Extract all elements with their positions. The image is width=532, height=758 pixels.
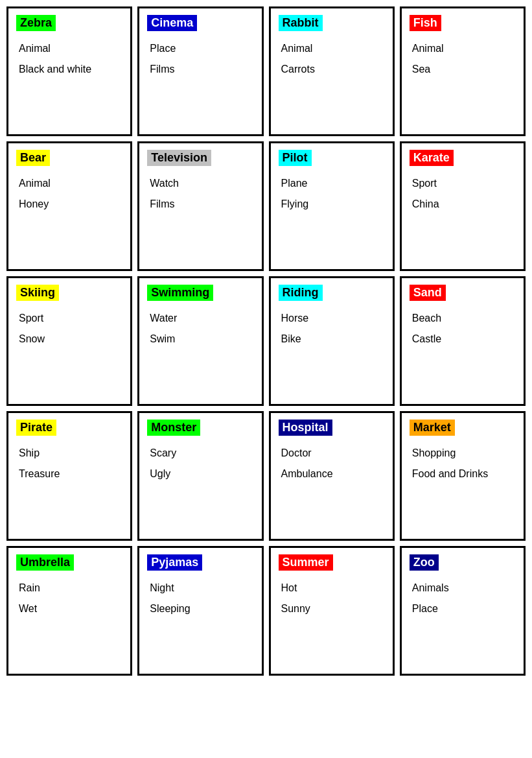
card-zebra: ZebraAnimalBlack and white: [6, 6, 132, 136]
card-zoo: ZooAnimalsPlace: [400, 546, 526, 676]
card-body-television: WatchFilms: [147, 178, 179, 210]
card-title-fish: Fish: [410, 15, 441, 31]
card-title-umbrella: Umbrella: [16, 554, 74, 571]
card-title-zebra: Zebra: [16, 15, 56, 31]
card-body-sand: BeachCastle: [410, 313, 441, 345]
card-body-pilot: PlaneFlying: [279, 178, 309, 210]
card-karate: KarateSportChina: [400, 141, 526, 271]
card-word-zebra-0: Animal: [19, 43, 91, 54]
card-body-rabbit: AnimalCarrots: [279, 43, 315, 75]
card-word-zoo-0: Animals: [412, 582, 449, 594]
card-body-umbrella: RainWet: [16, 582, 40, 615]
card-body-zebra: AnimalBlack and white: [16, 43, 91, 75]
card-title-sand: Sand: [410, 285, 446, 301]
card-body-market: ShoppingFood and Drinks: [410, 447, 488, 480]
card-riding: RidingHorseBike: [269, 276, 395, 406]
card-rabbit: RabbitAnimalCarrots: [269, 6, 395, 136]
card-swimming: SwimmingWaterSwim: [137, 276, 263, 406]
card-title-pyjamas: Pyjamas: [147, 554, 202, 571]
card-television: TelevisionWatchFilms: [137, 141, 263, 271]
card-fish: FishAnimalSea: [400, 6, 526, 136]
card-umbrella: UmbrellaRainWet: [6, 546, 132, 676]
card-word-television-0: Watch: [150, 178, 179, 189]
card-body-fish: AnimalSea: [410, 43, 444, 75]
card-pirate: PirateShipTreasure: [6, 411, 132, 541]
card-market: MarketShoppingFood and Drinks: [400, 411, 526, 541]
card-title-hospital: Hospital: [279, 420, 332, 436]
card-body-karate: SportChina: [410, 178, 439, 210]
card-body-summer: HotSunny: [279, 582, 310, 615]
card-word-rabbit-0: Animal: [281, 43, 315, 54]
card-title-summer: Summer: [279, 554, 333, 571]
card-title-riding: Riding: [279, 285, 323, 301]
card-monster: MonsterScaryUgly: [137, 411, 263, 541]
card-word-cinema-1: Films: [150, 64, 176, 75]
card-word-skiing-1: Snow: [19, 333, 45, 345]
card-body-bear: AnimalHoney: [16, 178, 51, 210]
card-title-pirate: Pirate: [16, 420, 56, 436]
card-hospital: HospitalDoctorAmbulance: [269, 411, 395, 541]
card-word-market-1: Food and Drinks: [412, 468, 488, 480]
card-word-pyjamas-0: Night: [150, 582, 190, 594]
card-word-karate-1: China: [412, 198, 439, 210]
card-title-zoo: Zoo: [410, 554, 439, 571]
card-body-hospital: DoctorAmbulance: [279, 447, 333, 480]
card-word-cinema-0: Place: [150, 43, 176, 54]
card-body-skiing: SportSnow: [16, 313, 45, 345]
card-title-monster: Monster: [147, 420, 200, 436]
card-word-pirate-1: Treasure: [19, 468, 60, 480]
card-body-monster: ScaryUgly: [147, 447, 176, 480]
card-title-skiing: Skiing: [16, 285, 59, 301]
card-body-pyjamas: NightSleeping: [147, 582, 190, 615]
card-word-swimming-0: Water: [150, 313, 177, 324]
card-word-pirate-0: Ship: [19, 447, 60, 459]
card-title-pilot: Pilot: [279, 150, 312, 166]
card-word-sand-0: Beach: [412, 313, 441, 324]
card-word-riding-1: Bike: [281, 333, 309, 345]
card-title-swimming: Swimming: [147, 285, 213, 301]
card-word-television-1: Films: [150, 198, 179, 210]
card-word-hospital-0: Doctor: [281, 447, 333, 459]
card-word-hospital-1: Ambulance: [281, 468, 333, 480]
card-cinema: CinemaPlaceFilms: [137, 6, 263, 136]
card-title-market: Market: [410, 420, 455, 436]
card-word-sand-1: Castle: [412, 333, 441, 345]
card-word-market-0: Shopping: [412, 447, 488, 459]
card-title-karate: Karate: [410, 150, 454, 166]
card-title-bear: Bear: [16, 150, 50, 166]
card-body-pirate: ShipTreasure: [16, 447, 60, 480]
card-bear: BearAnimalHoney: [6, 141, 132, 271]
card-word-pilot-1: Flying: [281, 198, 309, 210]
card-word-skiing-0: Sport: [19, 313, 45, 324]
card-word-swimming-1: Swim: [150, 333, 177, 345]
card-word-umbrella-0: Rain: [19, 582, 40, 594]
card-word-umbrella-1: Wet: [19, 603, 40, 615]
card-sand: SandBeachCastle: [400, 276, 526, 406]
card-word-bear-1: Honey: [19, 198, 51, 210]
card-pilot: PilotPlaneFlying: [269, 141, 395, 271]
card-word-bear-0: Animal: [19, 178, 51, 189]
card-word-monster-1: Ugly: [150, 468, 176, 480]
card-title-television: Television: [147, 150, 211, 166]
card-word-summer-1: Sunny: [281, 603, 310, 615]
card-word-pilot-0: Plane: [281, 178, 309, 189]
card-summer: SummerHotSunny: [269, 546, 395, 676]
card-body-riding: HorseBike: [279, 313, 309, 345]
card-skiing: SkiingSportSnow: [6, 276, 132, 406]
card-word-riding-0: Horse: [281, 313, 309, 324]
card-word-karate-0: Sport: [412, 178, 439, 189]
card-word-fish-0: Animal: [412, 43, 444, 54]
card-word-fish-1: Sea: [412, 64, 444, 75]
card-grid: ZebraAnimalBlack and whiteCinemaPlaceFil…: [6, 6, 526, 676]
card-word-rabbit-1: Carrots: [281, 64, 315, 75]
card-pyjamas: PyjamasNightSleeping: [137, 546, 263, 676]
card-title-cinema: Cinema: [147, 15, 197, 31]
card-word-summer-0: Hot: [281, 582, 310, 594]
card-title-rabbit: Rabbit: [279, 15, 323, 31]
card-word-monster-0: Scary: [150, 447, 176, 459]
card-body-cinema: PlaceFilms: [147, 43, 176, 75]
card-body-swimming: WaterSwim: [147, 313, 177, 345]
card-word-zebra-1: Black and white: [19, 64, 91, 75]
card-word-pyjamas-1: Sleeping: [150, 603, 190, 615]
card-body-zoo: AnimalsPlace: [410, 582, 449, 615]
